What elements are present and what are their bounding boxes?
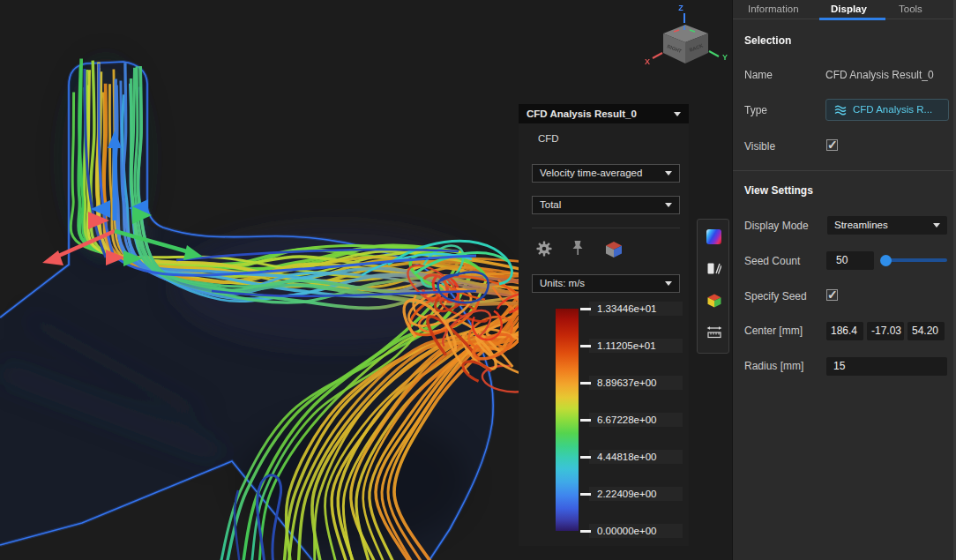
radius-input[interactable]: 15 xyxy=(826,357,947,376)
colorbar-label: 6.67228e+00 xyxy=(589,413,683,427)
result-overlay-panel: CFD Analysis Result_0 CFD Velocity time-… xyxy=(519,104,689,546)
measure-icon[interactable] xyxy=(706,325,721,340)
colorbar-label: 4.44818e+00 xyxy=(589,450,683,464)
pin-icon[interactable] xyxy=(569,239,586,258)
name-value: CFD Analysis Result_0 xyxy=(825,69,934,81)
divider xyxy=(733,170,956,171)
viewport-toolbar xyxy=(697,219,729,354)
tab-tools[interactable]: Tools xyxy=(899,4,922,14)
seed-count-slider-handle[interactable] xyxy=(880,255,892,266)
center-z-input[interactable]: 54.20 xyxy=(907,322,945,340)
settings-gear-icon[interactable] xyxy=(535,240,553,258)
svg-text:Z: Z xyxy=(678,4,683,12)
chevron-down-icon xyxy=(665,281,672,286)
orientation-cube[interactable]: RIGHTBACKZXY xyxy=(645,4,728,66)
colorbar-label: 0.00000e+00 xyxy=(589,524,683,538)
color-scale-bar xyxy=(556,309,579,531)
name-label: Name xyxy=(744,69,773,81)
divider xyxy=(532,228,680,228)
specify-seed-label: Specify Seed xyxy=(744,290,807,302)
chevron-down-icon xyxy=(665,171,672,175)
display-mode-label: Display Mode xyxy=(744,220,809,232)
clip-plane-icon[interactable] xyxy=(706,261,721,276)
active-tab-indicator xyxy=(819,18,885,20)
tab-display[interactable]: Display xyxy=(831,4,867,14)
center-label: Center [mm] xyxy=(744,325,803,337)
colorbar-label: 1.11205e+01 xyxy=(589,339,683,353)
units-dropdown[interactable]: Units: m/s xyxy=(532,274,680,293)
visible-checkbox[interactable]: ✓ xyxy=(826,139,838,151)
seed-count-label: Seed Count xyxy=(744,255,800,267)
seed-count-input[interactable]: 50 xyxy=(826,251,874,270)
result-selector-dropdown[interactable]: CFD Analysis Result_0 xyxy=(519,104,689,123)
chevron-down-icon xyxy=(933,223,940,228)
display-mode-dropdown[interactable]: Streamlines xyxy=(827,216,947,235)
properties-panel: Information Display Tools Selection Name… xyxy=(732,0,956,560)
svg-text:Y: Y xyxy=(722,53,728,62)
cube-icon[interactable] xyxy=(706,293,721,308)
tab-bar: Information Display Tools xyxy=(733,0,956,19)
colorbar-label: 2.22409e+00 xyxy=(589,487,683,501)
view-settings-heading: View Settings xyxy=(744,184,813,197)
colorbar-label: 1.33446e+01 xyxy=(589,302,683,316)
visible-label: Visible xyxy=(744,140,775,153)
chevron-down-icon xyxy=(674,112,681,116)
svg-text:X: X xyxy=(645,57,650,66)
tab-information[interactable]: Information xyxy=(748,4,799,14)
selection-heading: Selection xyxy=(744,34,791,47)
colormap-icon[interactable] xyxy=(706,229,721,244)
center-x-input[interactable]: 186.4 xyxy=(826,322,863,340)
clip-cube-icon[interactable] xyxy=(603,239,624,260)
field-dropdown[interactable]: Velocity time-averaged xyxy=(532,164,680,183)
specify-seed-checkbox[interactable]: ✓ xyxy=(826,289,838,301)
component-dropdown[interactable]: Total xyxy=(532,196,680,214)
chevron-down-icon xyxy=(665,203,672,207)
type-label: Type xyxy=(744,104,767,116)
center-y-input[interactable]: -17.03 xyxy=(867,322,904,340)
result-selector-label: CFD Analysis Result_0 xyxy=(527,108,637,119)
radius-label: Radius [mm] xyxy=(744,360,803,372)
type-button[interactable]: CFD Analysis R... xyxy=(825,99,949,121)
cfd-section-label: CFD xyxy=(538,133,559,144)
colorbar-label: 8.89637e+00 xyxy=(589,376,683,390)
